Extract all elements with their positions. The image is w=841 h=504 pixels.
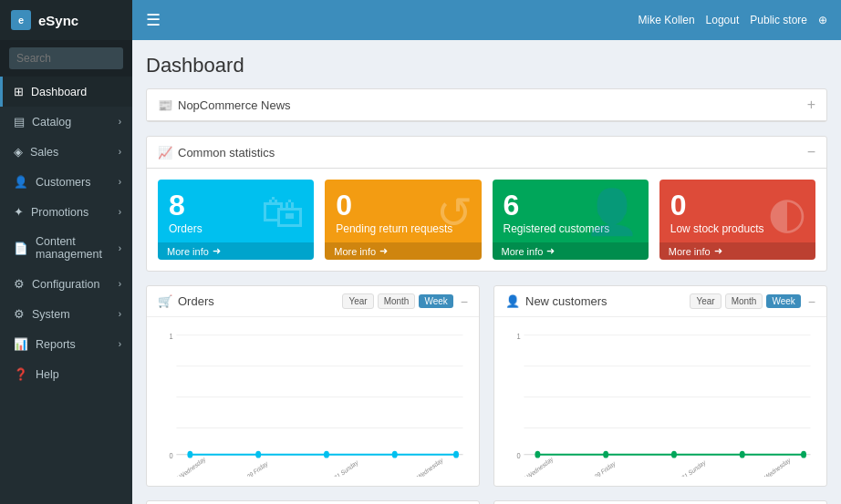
- collapse-icon[interactable]: −: [807, 144, 815, 160]
- sidebar-label-customers: Customers: [36, 176, 90, 189]
- share-icon: ⊕: [818, 14, 827, 26]
- catalog-icon: ▤: [14, 115, 25, 129]
- svg-text:31 Sunday: 31 Sunday: [680, 458, 707, 477]
- search-input[interactable]: [9, 47, 123, 69]
- orders-month-btn[interactable]: Month: [378, 293, 416, 309]
- configuration-icon: ⚙: [14, 277, 25, 291]
- orders-chart-icon: 🛒: [158, 294, 172, 308]
- customers-year-btn[interactable]: Year: [690, 293, 721, 309]
- customers-chart-buttons: Year Month Week −: [690, 293, 815, 309]
- customers-week-btn[interactable]: Week: [766, 294, 800, 308]
- sidebar-item-promotions[interactable]: ✦ Promotions ›: [0, 197, 132, 227]
- svg-text:0: 0: [517, 450, 521, 460]
- new-customers-chart-title: New customers: [525, 294, 607, 308]
- order-totals-panel: ⊞ Order totals −: [146, 500, 480, 504]
- statistics-icon: 📈: [158, 146, 172, 159]
- nav-menu: ⊞ Dashboard ▤ Catalog › ◈ Sales › 👤 Cust…: [0, 77, 132, 504]
- sidebar-item-system[interactable]: ⚙ System ›: [0, 299, 132, 329]
- stat-card-orders: 8 Orders 🛍 More info ➜: [158, 180, 314, 260]
- orders-chart-panel: 🛒 Orders Year Month Week −: [146, 285, 480, 487]
- nopcommerce-news-panel: 📰 NopCommerce News +: [146, 88, 827, 122]
- sidebar-item-reports[interactable]: 📊 Reports ›: [0, 329, 132, 359]
- username-link[interactable]: Mike Kollen: [639, 14, 695, 26]
- stat-card-lowstock: 0 Low stock products ◐ More info ➜: [659, 180, 815, 260]
- orders-chart-svg: 1 0 27 Wednesday 29 Friday 31 Sunda: [156, 326, 470, 477]
- reports-icon: 📊: [14, 337, 28, 351]
- news-icon: 📰: [158, 98, 172, 112]
- sales-icon: ◈: [14, 145, 23, 159]
- svg-point-26: [740, 451, 745, 458]
- topbar-right: Mike Kollen Logout Public store ⊕: [639, 14, 827, 26]
- nopcommerce-news-header: 📰 NopCommerce News +: [147, 89, 826, 121]
- orders-chart-body: 1 0 27 Wednesday 29 Friday 31 Sunda: [147, 317, 479, 486]
- svg-text:3 Wednesday: 3 Wednesday: [760, 456, 792, 477]
- customers-icon: 👤: [585, 187, 639, 238]
- chevron-right-icon-content: ›: [119, 243, 121, 253]
- stat-card-customers: 6 Registered customers 👤 More info ➜: [493, 180, 649, 260]
- sidebar-item-sales[interactable]: ◈ Sales ›: [0, 137, 132, 167]
- promotions-icon: ✦: [14, 205, 24, 219]
- svg-point-23: [535, 451, 540, 458]
- search-box: [0, 40, 132, 77]
- app-logo: e eSync: [0, 0, 132, 40]
- svg-point-25: [671, 451, 677, 458]
- app-name: eSync: [38, 13, 78, 28]
- customers-collapse-icon[interactable]: −: [808, 294, 815, 309]
- orders-collapse-icon[interactable]: −: [461, 294, 468, 309]
- chevron-right-icon: ›: [119, 117, 121, 127]
- returns-icon: ↺: [436, 187, 472, 238]
- sidebar-item-catalog[interactable]: ▤ Catalog ›: [0, 107, 132, 137]
- orders-more-link[interactable]: More info ➜: [158, 242, 314, 260]
- svg-point-10: [392, 451, 398, 458]
- common-statistics-panel: 📈 Common statistics − 8 Orders 🛍 More in…: [146, 136, 827, 272]
- public-store-link[interactable]: Public store: [750, 14, 807, 26]
- chevron-right-icon-config: ›: [119, 279, 121, 289]
- hamburger-icon[interactable]: ☰: [146, 10, 161, 30]
- logo-icon: e: [11, 10, 31, 30]
- sidebar-label-promotions: Promotions: [31, 206, 88, 219]
- lowstock-more-link[interactable]: More info ➜: [659, 242, 815, 260]
- expand-icon[interactable]: +: [807, 97, 815, 113]
- new-customers-chart-body: 1 0 27 Wednesday 29 Friday 31 Sunday 3 W…: [494, 317, 826, 486]
- svg-point-8: [255, 451, 261, 458]
- customers-chart-title-area: 👤 New customers: [505, 294, 607, 308]
- returns-more-link[interactable]: More info ➜: [325, 242, 481, 260]
- svg-text:29 Friday: 29 Friday: [246, 459, 269, 477]
- orders-chart-header: 🛒 Orders Year Month Week −: [147, 286, 479, 317]
- main-content: ☰ Mike Kollen Logout Public store ⊕ Dash…: [132, 0, 841, 504]
- sidebar-label-system: System: [32, 308, 70, 321]
- sidebar-item-content[interactable]: 📄 Content management ›: [0, 227, 132, 269]
- orders-chart-title-area: 🛒 Orders: [158, 294, 214, 308]
- topbar-left: ☰: [146, 10, 161, 30]
- orders-year-btn[interactable]: Year: [342, 293, 373, 309]
- customers-month-btn[interactable]: Month: [725, 293, 763, 309]
- orders-chart-buttons: Year Month Week −: [342, 293, 468, 309]
- sidebar-item-help[interactable]: ❓ Help: [0, 359, 132, 389]
- customers-more-link[interactable]: More info ➜: [493, 242, 649, 260]
- statistics-header-left: 📈 Common statistics: [158, 146, 275, 159]
- chevron-right-icon-promotions: ›: [119, 207, 121, 217]
- sidebar-label-catalog: Catalog: [32, 116, 71, 129]
- statistics-title: Common statistics: [178, 146, 275, 159]
- charts-row: 🛒 Orders Year Month Week −: [146, 285, 827, 487]
- bottom-panels-row: ⊞ Order totals − ⧖ Incomplete orders −: [146, 500, 827, 504]
- nopcommerce-news-title: NopCommerce News: [178, 98, 291, 112]
- svg-text:3 Wednesday: 3 Wednesday: [412, 456, 444, 477]
- dashboard-icon: ⊞: [14, 85, 24, 98]
- svg-text:0: 0: [170, 450, 173, 460]
- orders-week-btn[interactable]: Week: [419, 294, 452, 308]
- orders-icon: 🛍: [261, 187, 305, 237]
- chevron-right-icon-customers: ›: [119, 177, 121, 187]
- content-icon: 📄: [14, 242, 28, 255]
- svg-text:29 Friday: 29 Friday: [594, 459, 617, 477]
- sidebar: e eSync ⊞ Dashboard ▤ Catalog › ◈ Sales …: [0, 0, 132, 504]
- sidebar-item-configuration[interactable]: ⚙ Configuration ›: [0, 269, 132, 299]
- statistics-header: 📈 Common statistics −: [147, 137, 826, 169]
- sidebar-label-configuration: Configuration: [32, 278, 99, 291]
- content-area: Dashboard 📰 NopCommerce News + 📈 Common …: [132, 40, 841, 504]
- sidebar-label-help: Help: [36, 368, 59, 381]
- logout-link[interactable]: Logout: [706, 14, 740, 26]
- sidebar-item-dashboard[interactable]: ⊞ Dashboard: [0, 77, 132, 107]
- sidebar-item-customers[interactable]: 👤 Customers ›: [0, 167, 132, 197]
- svg-point-9: [324, 451, 329, 458]
